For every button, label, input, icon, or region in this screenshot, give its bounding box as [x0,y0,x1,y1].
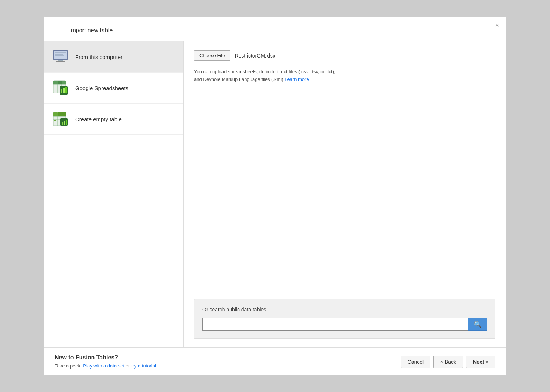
footer-buttons: Cancel « Back Next » [401,354,495,368]
footer-left: New to Fusion Tables? Take a peek! Play … [55,354,159,369]
sidebar-create-empty-table-label: Create empty table [75,116,122,122]
svg-rect-4 [55,52,66,53]
svg-rect-14 [62,81,66,84]
play-with-dataset-link[interactable]: Play with a data set [83,363,124,369]
computer-icon [52,48,69,66]
empty-table-icon [52,110,69,128]
learn-more-link[interactable]: Learn more [285,77,309,82]
search-button[interactable]: 🔍 [468,318,487,331]
search-icon: 🔍 [474,321,481,328]
new-to-fusion-label: New to Fusion Tables? [55,354,159,361]
svg-rect-26 [62,122,63,125]
sidebar-item-create-empty-table[interactable]: Create empty table [44,104,183,135]
sidebar-item-google-spreadsheets[interactable]: Google Spreadsheets [44,73,183,104]
cancel-button[interactable]: Cancel [401,356,431,368]
svg-rect-1 [54,51,67,59]
svg-rect-3 [56,61,65,62]
svg-rect-30 [54,120,56,121]
svg-rect-16 [61,89,62,93]
svg-rect-23 [53,112,58,116]
svg-rect-13 [58,81,62,84]
svg-rect-17 [63,88,65,93]
main-panel: Choose File RestrictorGM.xlsx You can up… [184,41,506,347]
sidebar-google-spreadsheets-label: Google Spreadsheets [75,85,128,91]
next-button[interactable]: Next » [466,356,495,368]
svg-rect-12 [53,81,58,84]
back-button[interactable]: « Back [433,356,463,368]
dialog-body: From this computer [44,41,506,348]
selected-file-name: RestrictorGM.xlsx [235,53,275,59]
spreadsheet-icon [52,79,69,97]
dialog-title: Import new table [44,17,506,41]
sidebar: From this computer [44,41,184,347]
file-row: Choose File RestrictorGM.xlsx [194,50,495,61]
search-input[interactable] [202,318,468,331]
svg-rect-24 [58,112,66,116]
sidebar-from-computer-label: From this computer [75,54,122,60]
svg-rect-18 [65,87,67,93]
import-dialog: × Import new table [44,16,506,376]
svg-rect-6 [55,55,64,56]
close-button[interactable]: × [495,22,499,29]
svg-rect-5 [55,54,63,55]
choose-file-button[interactable]: Choose File [194,50,230,61]
sidebar-item-from-computer[interactable]: From this computer [44,41,183,73]
upload-description: You can upload spreadsheets, delimited t… [194,68,495,84]
svg-rect-27 [64,121,65,125]
svg-rect-2 [58,60,63,61]
try-tutorial-link[interactable]: try a tutorial [131,363,156,369]
dialog-footer: New to Fusion Tables? Take a peek! Play … [44,348,506,375]
search-row: 🔍 [202,318,487,331]
search-section-title: Or search public data tables [202,307,487,313]
svg-rect-29 [54,117,56,117]
footer-description: Take a peek! Play with a data set or try… [55,363,159,369]
search-section: Or search public data tables 🔍 [194,299,495,339]
svg-rect-28 [66,120,67,125]
